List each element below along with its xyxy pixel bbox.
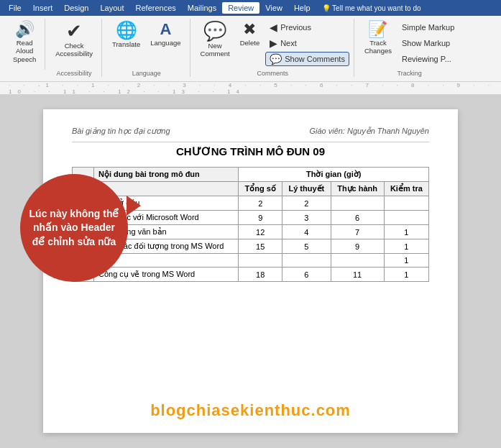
ribbon-group-comments: 💬 New Comment ✖ Delete ◀ Previous ▶ Next… — [192, 19, 354, 77]
menu-view[interactable]: View — [259, 2, 288, 14]
ribbon: 🔊 Read Aloud Speech ✔ Check Accessibilit… — [0, 16, 501, 82]
language-button[interactable]: A Language — [146, 19, 185, 68]
new-comment-button[interactable]: 💬 New Comment — [196, 19, 234, 68]
menu-design[interactable]: Design — [58, 2, 94, 14]
col-thuc-hanh: Thực hành — [331, 182, 384, 196]
translate-button[interactable]: 🌐 Translate — [108, 19, 144, 68]
ribbon-group-accessibility: ✔ Check Accessibility Accessibility — [47, 19, 102, 77]
watermark: blogchiasekienthuc.com — [150, 401, 351, 420]
tracking-group-label: Tracking — [397, 70, 422, 77]
cell-content: Công cụ vẽ trong MS Word — [94, 268, 239, 282]
tracking-small-buttons: Simple Markup Show Markup Reviewing P... — [397, 19, 459, 68]
menu-file[interactable]: File — [3, 2, 27, 14]
ribbon-group-tracking: 📝 Track Changes Simple Markup Show Marku… — [356, 19, 463, 77]
ribbon-group-language: 🌐 Translate A Language Language — [104, 19, 190, 77]
accessibility-group-label: Accessibility — [57, 70, 92, 77]
cell-total: 9 — [239, 211, 282, 225]
track-changes-label: Track Changes — [364, 39, 392, 55]
menu-review[interactable]: Review — [222, 2, 259, 14]
check-accessibility-button[interactable]: ✔ Check Accessibility — [51, 19, 97, 68]
ruler-marks: · · -1 · · 1 · · 2 · · 3 · · 4 · · 5 · ·… — [3, 82, 498, 95]
cell-kiem: 1 — [384, 268, 428, 282]
cell-total: 12 — [239, 225, 282, 239]
cell-ly: 4 — [282, 225, 331, 239]
document-area: Lúc này không thể nhấn vào Header để chỉ… — [0, 95, 501, 448]
reviewing-pane-button[interactable]: Reviewing P... — [397, 52, 459, 66]
delete-label: Delete — [240, 39, 259, 47]
translate-icon: 🌐 — [116, 22, 137, 39]
tooltip-bubble: Lúc này không thể nhấn vào Header để chỉ… — [20, 174, 128, 282]
menu-help[interactable]: Help — [288, 2, 316, 14]
doc-header: Bài giảng tin học đại cương Giáo viên: N… — [72, 127, 429, 136]
check-accessibility-icon: ✔ — [66, 22, 82, 40]
next-icon: ▶ — [270, 38, 277, 48]
track-changes-button[interactable]: 📝 Track Changes — [360, 19, 396, 68]
read-aloud-label: Read Aloud Speech — [13, 39, 36, 63]
table-row: Bài mở đầu 2 2 — [73, 196, 429, 211]
cell-thuc: 6 — [331, 211, 384, 225]
new-comment-label: New Comment — [201, 42, 230, 58]
cell-ly: 2 — [282, 196, 331, 211]
menu-references[interactable]: References — [130, 2, 182, 14]
cell-kiem: 1 — [384, 254, 428, 268]
cell-kiem — [384, 196, 428, 211]
doc-title: CHƯƠNG TRÌNH MÔ ĐUN 09 — [72, 145, 429, 158]
show-markup-button[interactable]: Show Markup — [397, 36, 459, 50]
cell-ly: 6 — [282, 268, 331, 282]
track-changes-icon: 📝 — [368, 22, 387, 37]
simple-markup-label: Simple Markup — [402, 23, 454, 32]
menu-bar: File Insert Design Layout References Mai… — [0, 0, 501, 16]
previous-icon: ◀ — [270, 22, 277, 32]
language-group-label: Language — [132, 70, 161, 77]
read-aloud-button[interactable]: 🔊 Read Aloud Speech — [9, 19, 40, 68]
col-time-header: Thời gian (giờ) — [239, 168, 429, 182]
next-button[interactable]: ▶ Next — [265, 36, 349, 50]
cell-thuc — [331, 196, 384, 211]
previous-button[interactable]: ◀ Previous — [265, 20, 349, 35]
check-accessibility-label: Check Accessibility — [55, 42, 93, 58]
cell-ly — [282, 254, 331, 268]
cell-total — [239, 254, 282, 268]
menu-tell-me[interactable]: 💡 Tell me what you want to do — [316, 3, 427, 14]
menu-layout[interactable]: Layout — [95, 2, 130, 14]
tooltip-text: Lúc này không thể nhấn vào Header để chỉ… — [27, 207, 121, 250]
cell-total: 18 — [239, 268, 282, 282]
cell-ly: 3 — [282, 211, 331, 225]
show-comments-icon: 💬 — [270, 54, 282, 64]
read-aloud-icon: 🔊 — [15, 22, 35, 37]
cell-thuc: 9 — [331, 239, 384, 254]
new-comment-icon: 💬 — [203, 22, 226, 40]
next-label: Next — [280, 39, 297, 47]
show-comments-button[interactable]: 💬 Show Comments — [265, 52, 349, 66]
cell-thuc: 11 — [331, 268, 384, 282]
table-row: 6 Công cụ vẽ trong MS Word 18 6 11 1 — [73, 268, 429, 282]
header-separator — [72, 142, 429, 142]
cell-total: 15 — [239, 239, 282, 254]
comments-small-buttons: ◀ Previous ▶ Next 💬 Show Comments — [265, 19, 349, 68]
language-icon: A — [160, 22, 171, 37]
menu-mailings[interactable]: Mailings — [182, 2, 222, 14]
cell-thuc — [331, 254, 384, 268]
col-content-header: Nội dung bài trong mô đun — [94, 168, 239, 182]
previous-label: Previous — [280, 23, 311, 32]
doc-header-right: Giáo viên: Nguyễn Thanh Nguyên — [309, 127, 429, 136]
show-comments-label: Show Comments — [285, 55, 345, 63]
simple-markup-button[interactable]: Simple Markup — [397, 20, 459, 35]
col-kiem-tra: Kiểm tra — [384, 182, 428, 196]
cell-thuc: 7 — [331, 225, 384, 239]
delete-icon: ✖ — [243, 22, 256, 37]
table-row: 5 1 — [73, 254, 429, 268]
cell-kiem: 1 — [384, 239, 428, 254]
show-markup-label: Show Markup — [402, 39, 450, 47]
menu-insert[interactable]: Insert — [27, 2, 59, 14]
cell-total: 2 — [239, 196, 282, 211]
col-tong-so: Tổng số — [239, 182, 282, 196]
translate-label: Translate — [112, 40, 140, 48]
comments-group-label: Comments — [257, 70, 288, 77]
language-label: Language — [150, 39, 180, 47]
doc-header-left: Bài giảng tin học đại cương — [72, 127, 170, 136]
cell-kiem: 1 — [384, 225, 428, 239]
delete-button[interactable]: ✖ Delete — [236, 19, 264, 68]
cell-ly: 5 — [282, 239, 331, 254]
col-ly-thuyet: Lý thuyết — [282, 182, 331, 196]
